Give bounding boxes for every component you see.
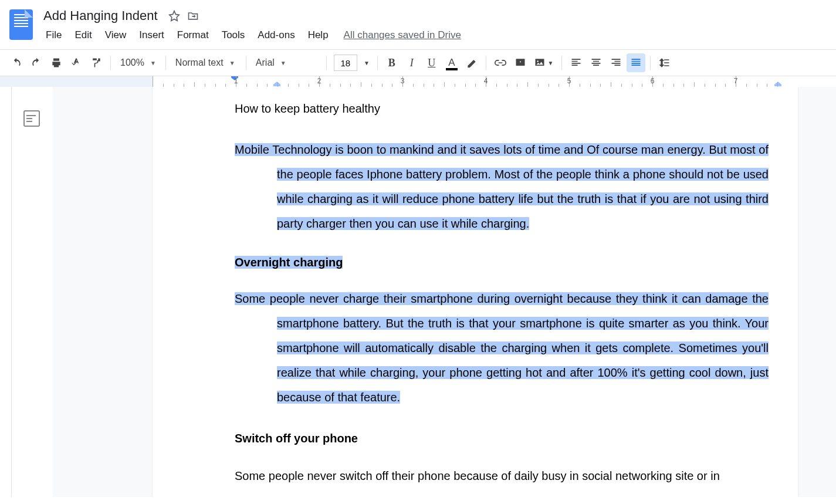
toolbar-separator xyxy=(326,56,327,70)
svg-point-2 xyxy=(537,60,539,62)
bold-button[interactable]: B xyxy=(383,53,401,72)
menu-tools[interactable]: Tools xyxy=(216,27,251,43)
font-select[interactable]: Arial▼ xyxy=(251,55,321,70)
highlight-button[interactable] xyxy=(462,53,481,72)
document-canvas[interactable]: How to keep battery healthy Mobile Techn… xyxy=(53,87,836,497)
paragraph-3[interactable]: Some people never switch off their phone… xyxy=(235,464,769,488)
toolbar-separator xyxy=(165,56,166,70)
style-select[interactable]: Normal text▼ xyxy=(171,55,241,70)
undo-button[interactable] xyxy=(7,53,26,72)
document-title[interactable]: Add Hanging Indent xyxy=(40,7,161,25)
paragraph-1[interactable]: Mobile Technology is boon to mankind and… xyxy=(235,137,769,236)
insert-comment-button[interactable] xyxy=(511,53,530,72)
workspace: How to keep battery healthy Mobile Techn… xyxy=(0,87,836,497)
menu-format[interactable]: Format xyxy=(171,27,215,43)
title-line[interactable]: How to keep battery healthy xyxy=(235,96,769,121)
heading-switch-off[interactable]: Switch off your phone xyxy=(235,426,769,451)
toolbar-separator xyxy=(486,56,486,70)
menu-bar: File Edit View Insert Format Tools Add-o… xyxy=(40,26,831,49)
menu-insert[interactable]: Insert xyxy=(133,27,170,43)
svg-rect-0 xyxy=(516,59,524,66)
toolbar-separator xyxy=(561,56,562,70)
toolbar-separator xyxy=(110,56,111,70)
toolbar: 100%▼ Normal text▼ Arial▼ ▼ B I U A ▼ xyxy=(0,50,836,76)
menu-file[interactable]: File xyxy=(40,27,67,43)
toolbar-separator xyxy=(650,56,651,70)
align-justify-button[interactable] xyxy=(627,53,645,72)
save-status[interactable]: All changes saved in Drive xyxy=(344,29,461,41)
app-header: Add Hanging Indent File Edit View Insert… xyxy=(0,0,836,50)
print-button[interactable] xyxy=(47,53,66,72)
align-right-button[interactable] xyxy=(607,53,625,72)
toolbar-separator xyxy=(246,56,246,70)
move-to-folder-icon[interactable] xyxy=(187,10,199,22)
paint-format-button[interactable] xyxy=(87,53,106,72)
heading-overnight[interactable]: Overnight charging xyxy=(235,250,769,275)
paragraph-2[interactable]: Some people never charge their smartphon… xyxy=(235,286,769,410)
menu-edit[interactable]: Edit xyxy=(69,27,97,43)
document-page[interactable]: How to keep battery healthy Mobile Techn… xyxy=(153,87,798,497)
document-outline-icon[interactable] xyxy=(23,110,40,127)
menu-help[interactable]: Help xyxy=(302,27,334,43)
vertical-ruler xyxy=(0,87,12,497)
zoom-select[interactable]: 100%▼ xyxy=(116,55,161,70)
insert-image-button[interactable]: ▼ xyxy=(531,53,557,72)
align-center-button[interactable] xyxy=(587,53,605,72)
hanging-indent-marker[interactable] xyxy=(273,82,280,86)
menu-addons[interactable]: Add-ons xyxy=(252,27,300,43)
font-size-input[interactable] xyxy=(334,55,357,71)
outline-panel xyxy=(12,87,53,497)
docs-logo-icon[interactable] xyxy=(9,9,33,40)
spellcheck-button[interactable] xyxy=(67,53,86,72)
font-size-dropdown[interactable]: ▼ xyxy=(361,53,373,72)
insert-link-button[interactable] xyxy=(491,53,510,72)
align-left-button[interactable] xyxy=(567,53,585,72)
menu-view[interactable]: View xyxy=(99,27,133,43)
line-spacing-button[interactable] xyxy=(655,53,674,72)
toolbar-separator xyxy=(377,56,378,70)
text-color-button[interactable]: A xyxy=(442,53,461,72)
underline-button[interactable]: U xyxy=(422,53,441,72)
ruler-container: 1234567 xyxy=(0,76,836,87)
right-indent-marker[interactable] xyxy=(774,82,781,86)
star-icon[interactable] xyxy=(168,10,180,22)
redo-button[interactable] xyxy=(27,53,46,72)
italic-button[interactable]: I xyxy=(402,53,421,72)
horizontal-ruler[interactable]: 1234567 xyxy=(153,76,836,87)
